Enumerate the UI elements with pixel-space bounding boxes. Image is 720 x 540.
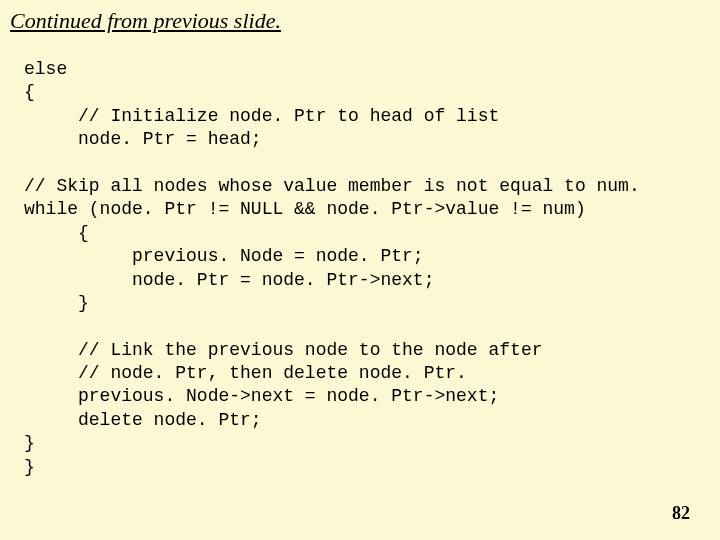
code-line: node. Ptr = head; xyxy=(24,129,262,149)
code-line: } xyxy=(24,433,35,453)
code-block: else { // Initialize node. Ptr to head o… xyxy=(24,58,640,479)
slide-title: Continued from previous slide. xyxy=(10,8,281,34)
page-number: 82 xyxy=(672,503,690,524)
code-line: { xyxy=(24,82,35,102)
code-line: { xyxy=(24,223,89,243)
slide: Continued from previous slide. else { //… xyxy=(0,0,720,540)
code-line: previous. Node = node. Ptr; xyxy=(24,246,424,266)
code-line: node. Ptr = node. Ptr->next; xyxy=(24,270,434,290)
code-line: } xyxy=(24,457,35,477)
code-line: else xyxy=(24,59,67,79)
code-line: // Initialize node. Ptr to head of list xyxy=(24,106,499,126)
code-line: delete node. Ptr; xyxy=(24,410,262,430)
code-line: } xyxy=(24,293,89,313)
code-line: while (node. Ptr != NULL && node. Ptr->v… xyxy=(24,199,586,219)
code-line: // Skip all nodes whose value member is … xyxy=(24,176,640,196)
code-line: // Link the previous node to the node af… xyxy=(24,340,542,360)
code-line: previous. Node->next = node. Ptr->next; xyxy=(24,386,499,406)
code-line: // node. Ptr, then delete node. Ptr. xyxy=(24,363,467,383)
